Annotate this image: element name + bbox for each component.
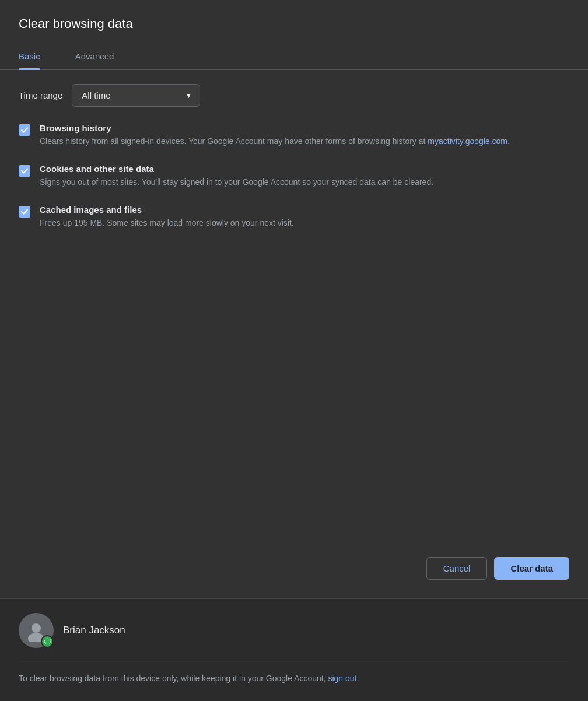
cookies-title: Cookies and other site data [40,164,569,174]
profile-divider [19,660,569,660]
browsing-history-item: Browsing history Clears history from all… [19,123,569,148]
tab-basic[interactable]: Basic [19,43,40,69]
browsing-history-title: Browsing history [40,123,569,133]
avatar-wrap [19,613,54,648]
browsing-history-desc: Clears history from all signed-in device… [40,135,569,148]
sign-out-link[interactable]: sign out [328,674,356,683]
myactivity-link[interactable]: myactivity.google.com [428,136,508,146]
cookies-checkbox[interactable] [19,165,30,177]
cancel-button[interactable]: Cancel [426,557,488,580]
sync-badge [41,635,54,648]
time-range-label: Time range [19,90,62,100]
clear-data-button[interactable]: Clear data [494,557,569,580]
profile-name: Brian Jackson [63,625,125,636]
check-icon [20,208,29,216]
cookies-text: Cookies and other site data Signs you ou… [40,164,569,188]
browsing-history-text: Browsing history Clears history from all… [40,123,569,148]
time-range-select-wrapper: Last hour Last 24 hours Last 7 days Last… [72,84,200,107]
cached-checkbox-wrap[interactable] [19,206,30,218]
cookies-desc: Signs you out of most sites. You'll stay… [40,176,569,188]
sync-icon [44,637,51,645]
dialog-actions: Cancel Clear data [0,545,588,598]
check-icon [20,126,29,134]
time-range-row: Time range Last hour Last 24 hours Last … [19,84,569,107]
check-icon [20,167,29,175]
cookies-checkbox-wrap[interactable] [19,165,30,177]
tabs-bar: Basic Advanced [0,43,588,70]
cached-checkbox[interactable] [19,206,30,218]
cached-desc: Frees up 195 MB. Some sites may load mor… [40,217,569,229]
dialog-title: Clear browsing data [0,0,588,43]
cached-text: Cached images and files Frees up 195 MB.… [40,205,569,229]
clear-browsing-data-dialog: Clear browsing data Basic Advanced Time … [0,0,588,598]
browsing-history-checkbox-wrap[interactable] [19,124,30,136]
browsing-history-checkbox[interactable] [19,124,30,136]
profile-row: Brian Jackson [19,613,569,648]
dialog-content: Time range Last hour Last 24 hours Last … [0,70,588,545]
profile-note: To clear browsing data from this device … [19,672,569,701]
cached-title: Cached images and files [40,205,569,215]
svg-point-0 [32,623,41,633]
time-range-select[interactable]: Last hour Last 24 hours Last 7 days Last… [72,84,200,107]
tab-advanced[interactable]: Advanced [75,43,114,69]
profile-section: Brian Jackson To clear browsing data fro… [0,598,588,701]
cookies-item: Cookies and other site data Signs you ou… [19,164,569,188]
cached-images-item: Cached images and files Frees up 195 MB.… [19,205,569,229]
